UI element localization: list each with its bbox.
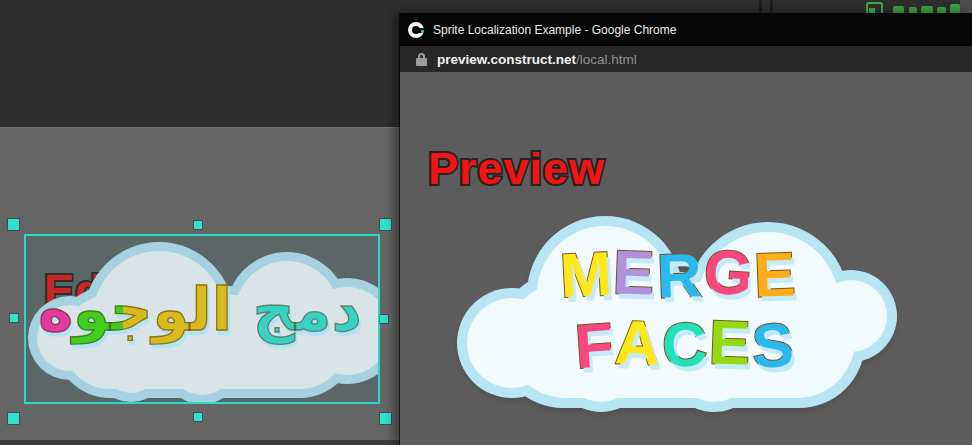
url-domain[interactable]: preview.construct.net	[437, 52, 576, 67]
url-bar[interactable]: preview.construct.net/local.html	[400, 46, 972, 72]
truncated-green-text-fragment	[950, 4, 960, 13]
logo-letter: S	[751, 314, 796, 378]
selection-handle-top-right[interactable]	[380, 219, 391, 230]
logo-letter: R	[656, 244, 703, 308]
chrome-preview-window: Sprite Localization Example - Google Chr…	[400, 13, 972, 445]
url-path[interactable]: /local.html	[576, 52, 637, 67]
logo-letter: M	[558, 243, 613, 308]
selection-handle-mid-right[interactable]	[380, 315, 388, 323]
window-title: Sprite Localization Example - Google Chr…	[433, 23, 676, 37]
layout-canvas[interactable]: Editor	[0, 127, 400, 440]
selection-handle-bottom-left[interactable]	[8, 413, 19, 424]
panel-edge	[960, 0, 972, 13]
logo-letter: E	[708, 311, 751, 374]
logo-letter: C	[661, 313, 709, 377]
panel-divider	[770, 0, 773, 13]
logo-letter: G	[702, 241, 753, 305]
selection-handle-top-center[interactable]	[194, 221, 202, 229]
arabic-word-merge: دمج	[252, 275, 361, 344]
arabic-logo-text: دمج الوجوه	[26, 276, 374, 344]
selection-handle-bottom-right[interactable]	[380, 413, 391, 424]
logo-letter: E	[612, 241, 655, 304]
construct-favicon-icon	[408, 22, 424, 38]
lock-icon[interactable]	[416, 53, 427, 66]
arabic-word-faces: الوجوه	[38, 275, 232, 344]
game-preview-viewport[interactable]: Preview MERGE FACES	[400, 72, 972, 445]
arabic-cloud-sprite[interactable]: دمج الوجوه	[26, 236, 378, 402]
logo-text-faces: FACES	[469, 312, 900, 374]
logo-letter: E	[753, 243, 796, 306]
logo-letter: A	[614, 311, 661, 375]
sprite-selection-rect[interactable]: دمج الوجوه	[24, 234, 380, 404]
window-title-bar[interactable]: Sprite Localization Example - Google Chr…	[400, 13, 972, 46]
construct-editor-panel: Editor	[0, 0, 400, 445]
truncated-green-text-fragment	[921, 6, 933, 13]
truncated-green-text-fragment	[893, 6, 904, 13]
preview-label: Preview	[428, 143, 605, 195]
editor-bottom-strip	[0, 440, 400, 445]
selection-handle-mid-left[interactable]	[10, 314, 18, 322]
logo-text-merge: MERGE	[455, 242, 900, 304]
editor-top-area	[0, 0, 400, 127]
selection-handle-bottom-center[interactable]	[194, 413, 202, 421]
merge-faces-cloud-sprite[interactable]: MERGE FACES	[455, 212, 900, 417]
panel-divider	[759, 0, 762, 13]
selection-handle-top-left[interactable]	[8, 219, 19, 230]
logo-letter: F	[574, 314, 616, 378]
